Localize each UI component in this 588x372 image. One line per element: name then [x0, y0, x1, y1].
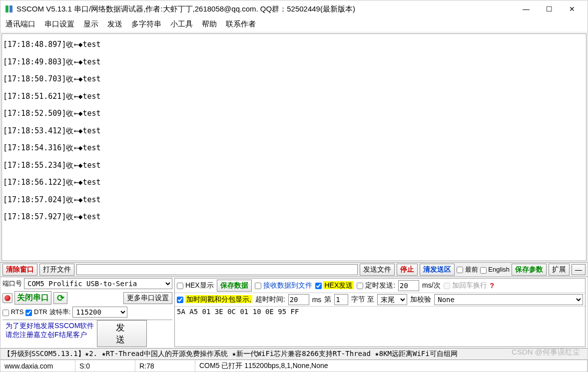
- svg-rect-0: [5, 5, 8, 12]
- statusbar: www.daxia.com S:0 R:78 COM5 已打开 115200bp…: [0, 360, 588, 372]
- topmost-checkbox[interactable]: 最前: [457, 265, 478, 274]
- add-timestamp-checkbox[interactable]: 加时间戳和分包显示,: [177, 295, 252, 304]
- status-recv: R:78: [135, 360, 195, 372]
- maximize-button[interactable]: ☐: [538, 1, 561, 16]
- close-port-button[interactable]: 关闭串口: [14, 291, 51, 305]
- titlebar: SSCOM V5.13.1 串口/网络数据调试器,作者:大虾丁丁,2618058…: [0, 0, 588, 17]
- byte-to-select[interactable]: 末尾: [377, 294, 407, 305]
- right-column: HEX显示 保存数据 接收数据到文件 HEX发送 定时发送: ms/次 加回车换…: [174, 278, 586, 347]
- port-select[interactable]: COM5 Prolific USB-to-Seria: [24, 278, 172, 289]
- timeout-input[interactable]: [288, 294, 309, 305]
- record-icon[interactable]: [2, 293, 12, 303]
- more-settings-button[interactable]: 更多串口设置: [123, 292, 172, 304]
- main-panel: 端口号 COM5 Prolific USB-to-Seria 关闭串口 ⟳ 更多…: [0, 277, 588, 348]
- stop-button[interactable]: 停止: [397, 264, 418, 276]
- send-data-box[interactable]: 5A A5 01 3E 0C 01 10 0E 95 FF: [175, 307, 585, 347]
- save-data-button[interactable]: 保存数据: [217, 280, 252, 292]
- add-cr-checkbox[interactable]: 加回车换行: [444, 281, 487, 290]
- save-params-button[interactable]: 保存参数: [512, 264, 547, 276]
- menu-display[interactable]: 显示: [83, 19, 98, 29]
- menu-contact[interactable]: 联系作者: [226, 19, 256, 29]
- dtr-checkbox[interactable]: DTR: [25, 308, 47, 316]
- send-file-button[interactable]: 发送文件: [360, 264, 395, 276]
- rts-checkbox[interactable]: RTS: [2, 308, 23, 316]
- toolbar-row1: 清除窗口 打开文件 发送文件 停止 清发送区 最前 English 保存参数 扩…: [0, 262, 588, 277]
- port-label: 端口号: [2, 279, 22, 288]
- menu-send[interactable]: 发送: [107, 19, 122, 29]
- timed-unit-label: ms/次: [422, 281, 441, 290]
- clear-send-button[interactable]: 清发送区: [420, 264, 455, 276]
- baud-select[interactable]: 115200: [72, 307, 127, 318]
- left-column: 端口号 COM5 Prolific USB-to-Seria 关闭串口 ⟳ 更多…: [2, 278, 172, 347]
- app-icon: [4, 4, 13, 13]
- window-title: SSCOM V5.13.1 串口/网络数据调试器,作者:大虾丁丁,2618058…: [16, 4, 515, 14]
- menu-serial-settings[interactable]: 串口设置: [44, 19, 74, 29]
- timed-send-checkbox[interactable]: 定时发送:: [357, 281, 395, 290]
- english-checkbox[interactable]: English: [480, 266, 510, 273]
- hex-send-checkbox[interactable]: HEX发送: [315, 281, 354, 290]
- open-file-button[interactable]: 打开文件: [39, 264, 74, 276]
- recv-to-file-checkbox[interactable]: 接收数据到文件: [255, 281, 312, 290]
- menu-port[interactable]: 通讯端口: [5, 19, 35, 29]
- svg-rect-1: [9, 5, 12, 12]
- hex-show-checkbox[interactable]: HEX显示: [177, 281, 214, 290]
- minimize-button[interactable]: —: [515, 1, 538, 16]
- status-com: COM5 已打开 115200bps,8,1,None,None: [195, 360, 588, 372]
- baud-label: 波特率:: [49, 308, 71, 317]
- help-icon[interactable]: ?: [490, 282, 495, 290]
- checksum-select[interactable]: None: [434, 294, 583, 305]
- ad-row[interactable]: 【升级到SSCOM5.13.1】★2. ★RT-Thread中国人的开源免费操作…: [0, 348, 588, 360]
- clear-window-button[interactable]: 清除窗口: [2, 264, 37, 276]
- shrink-button[interactable]: —: [572, 264, 586, 275]
- file-path-input[interactable]: [76, 264, 358, 275]
- timed-interval-input[interactable]: [398, 280, 419, 291]
- byte-from-input[interactable]: [334, 294, 348, 305]
- receive-data-view[interactable]: [17:18:48.897]收←◆test [17:18:49.803]收←◆t…: [1, 33, 587, 261]
- menu-multistring[interactable]: 多字符串: [131, 19, 161, 29]
- status-sent: S:0: [75, 360, 135, 372]
- refresh-icon[interactable]: ⟳: [53, 292, 67, 304]
- timeout-label: 超时时间:: [255, 295, 285, 304]
- send-button[interactable]: 发 送: [97, 320, 147, 347]
- menu-tools[interactable]: 小工具: [170, 19, 193, 29]
- menubar: 通讯端口 串口设置 显示 发送 多字符串 小工具 帮助 联系作者: [0, 17, 588, 32]
- close-button[interactable]: ✕: [561, 1, 584, 16]
- promo-note: 为了更好地发展SSCOM软件请您注册嘉立创F结尾客户: [2, 320, 97, 347]
- expand-button[interactable]: 扩展: [549, 264, 570, 276]
- menu-help[interactable]: 帮助: [202, 19, 217, 29]
- status-url[interactable]: www.daxia.com: [0, 360, 75, 372]
